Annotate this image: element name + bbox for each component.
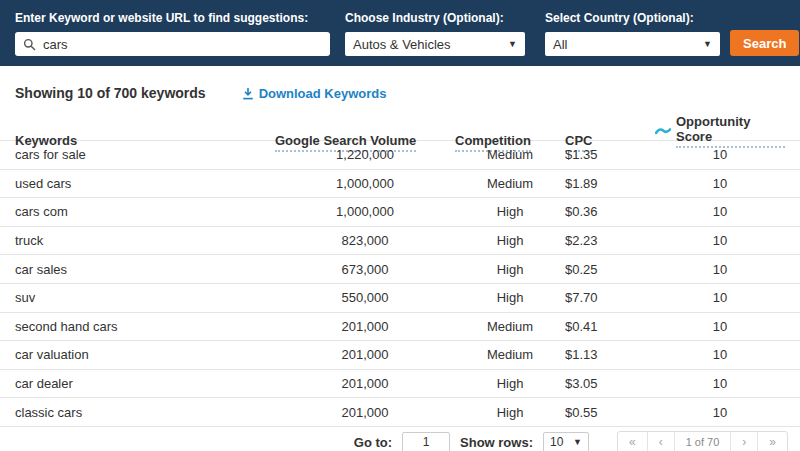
score-cell: 10 (655, 147, 785, 162)
score-cell: 10 (655, 405, 785, 420)
chevron-down-icon: ▼ (573, 437, 582, 447)
country-select[interactable]: All ▼ (545, 32, 720, 56)
volume-cell: 673,000 (275, 262, 455, 277)
cpc-cell: $1.13 (565, 347, 655, 362)
volume-cell: 201,000 (275, 347, 455, 362)
competition-cell: High (455, 262, 565, 277)
download-label: Download Keywords (259, 86, 387, 101)
cpc-cell: $0.55 (565, 405, 655, 420)
table-row: classic cars201,000High$0.5510 (0, 398, 800, 427)
cpc-cell: $0.25 (565, 262, 655, 277)
cpc-cell: $7.70 (565, 290, 655, 305)
country-field-group: Select Country (Optional): All ▼ (545, 11, 720, 56)
table-header-row: Keywords Google Search Volume Competitio… (0, 114, 800, 141)
keywords-table: Keywords Google Search Volume Competitio… (0, 114, 800, 427)
country-selected-value: All (553, 37, 567, 52)
score-cell: 10 (655, 233, 785, 248)
volume-cell: 550,000 (275, 290, 455, 305)
cpc-cell: $1.35 (565, 147, 655, 162)
opportunity-score-icon (655, 126, 671, 136)
next-page-button[interactable]: › (730, 432, 757, 451)
table-row: used cars1,000,000Medium$1.8910 (0, 170, 800, 199)
chevron-down-icon: ▼ (508, 39, 517, 49)
header-cpc[interactable]: CPC (565, 133, 655, 148)
competition-cell: Medium (455, 147, 565, 162)
volume-cell: 201,000 (275, 319, 455, 334)
competition-cell: High (455, 290, 565, 305)
volume-cell: 1,220,000 (275, 147, 455, 162)
goto-label: Go to: (354, 435, 392, 450)
table-body: cars for sale1,220,000Medium$1.3510used … (0, 141, 800, 427)
header-search-volume[interactable]: Google Search Volume (275, 133, 455, 148)
show-rows-label: Show rows: (460, 435, 533, 450)
cpc-cell: $3.05 (565, 376, 655, 391)
table-row: second hand cars201,000Medium$0.4110 (0, 313, 800, 342)
competition-cell: Medium (455, 347, 565, 362)
goto-page-input[interactable] (402, 432, 450, 451)
score-cell: 10 (655, 262, 785, 277)
competition-cell: High (455, 405, 565, 420)
download-icon (242, 87, 254, 100)
header-keywords: Keywords (15, 133, 275, 148)
header-competition[interactable]: Competition (455, 133, 565, 148)
search-button[interactable]: Search (730, 30, 799, 56)
keyword-cell: truck (15, 233, 275, 248)
keyword-field-group: Enter Keyword or website URL to find sug… (15, 11, 330, 56)
first-page-button[interactable]: « (618, 432, 647, 451)
score-cell: 10 (655, 347, 785, 362)
volume-cell: 823,000 (275, 233, 455, 248)
chevron-down-icon: ▼ (703, 39, 712, 49)
table-row: truck823,000High$2.2310 (0, 227, 800, 256)
cpc-cell: $2.23 (565, 233, 655, 248)
keyword-input-wrap (15, 32, 330, 56)
cpc-cell: $0.36 (565, 204, 655, 219)
volume-cell: 201,000 (275, 376, 455, 391)
header-opportunity-score[interactable]: Opportunity Score (655, 114, 785, 148)
competition-cell: High (455, 376, 565, 391)
pagination: « ‹ 1 of 70 › » (617, 431, 788, 451)
volume-cell: 1,000,000 (275, 176, 455, 191)
industry-select[interactable]: Autos & Vehicles ▼ (345, 32, 525, 56)
country-label: Select Country (Optional): (545, 11, 720, 25)
table-row: car sales673,000High$0.2510 (0, 255, 800, 284)
score-cell: 10 (655, 376, 785, 391)
keyword-cell: classic cars (15, 405, 275, 420)
table-row: suv550,000High$7.7010 (0, 284, 800, 313)
keyword-cell: cars for sale (15, 147, 275, 162)
table-row: car valuation201,000Medium$1.1310 (0, 341, 800, 370)
keyword-cell: car sales (15, 262, 275, 277)
search-toolbar: Enter Keyword or website URL to find sug… (0, 0, 800, 66)
prev-page-button[interactable]: ‹ (647, 432, 674, 451)
results-summary: Showing 10 of 700 keywords (15, 85, 206, 101)
results-bar: Showing 10 of 700 keywords Download Keyw… (0, 66, 800, 114)
search-icon (23, 38, 36, 51)
download-keywords-link[interactable]: Download Keywords (242, 86, 387, 101)
keyword-cell: suv (15, 290, 275, 305)
industry-label: Choose Industry (Optional): (345, 11, 525, 25)
keyword-cell: second hand cars (15, 319, 275, 334)
show-rows-value: 10 (550, 435, 563, 449)
table-row: cars com1,000,000High$0.3610 (0, 198, 800, 227)
last-page-button[interactable]: » (757, 432, 787, 451)
keyword-cell: cars com (15, 204, 275, 219)
keyword-cell: used cars (15, 176, 275, 191)
keyword-cell: car dealer (15, 376, 275, 391)
show-rows-select[interactable]: 10 ▼ (543, 432, 589, 451)
table-row: car dealer201,000High$3.0510 (0, 370, 800, 399)
competition-cell: High (455, 233, 565, 248)
score-cell: 10 (655, 290, 785, 305)
score-cell: 10 (655, 176, 785, 191)
table-footer: Go to: Show rows: 10 ▼ « ‹ 1 of 70 › » (0, 427, 800, 451)
competition-cell: Medium (455, 319, 565, 334)
cpc-cell: $0.41 (565, 319, 655, 334)
competition-cell: High (455, 204, 565, 219)
score-cell: 10 (655, 204, 785, 219)
keyword-label: Enter Keyword or website URL to find sug… (15, 11, 330, 25)
page-indicator: 1 of 70 (674, 432, 731, 451)
keyword-input[interactable] (43, 37, 322, 52)
volume-cell: 201,000 (275, 405, 455, 420)
cpc-cell: $1.89 (565, 176, 655, 191)
industry-field-group: Choose Industry (Optional): Autos & Vehi… (345, 11, 525, 56)
keyword-cell: car valuation (15, 347, 275, 362)
competition-cell: Medium (455, 176, 565, 191)
